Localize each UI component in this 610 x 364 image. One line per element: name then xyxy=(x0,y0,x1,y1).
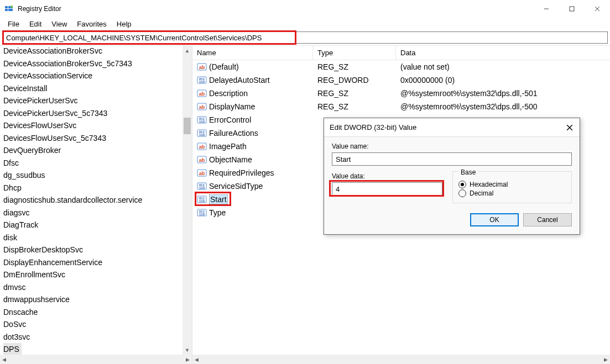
maximize-button[interactable] xyxy=(559,0,585,18)
value-row[interactable]: abDisplayNameREG_SZ@%systemroot%\system3… xyxy=(192,100,610,113)
address-bar[interactable]: Computer\HKEY_LOCAL_MACHINE\SYSTEM\Curre… xyxy=(2,31,608,44)
svg-text:110: 110 xyxy=(199,133,205,136)
scroll-left-arrow[interactable]: ◀ xyxy=(195,357,199,362)
value-type-cell: REG_SZ xyxy=(313,89,396,98)
radio-decimal[interactable]: Decimal xyxy=(458,189,566,197)
tree-item[interactable]: Dnscache xyxy=(0,306,192,319)
scroll-right-arrow[interactable]: ▶ xyxy=(186,357,190,362)
titlebar: Registry Editor xyxy=(0,0,610,18)
base-fieldset: Base Hexadecimal Decimal xyxy=(452,171,572,203)
menu-file[interactable]: File xyxy=(3,19,24,29)
svg-text:110: 110 xyxy=(199,120,205,123)
value-data-label: Value data: xyxy=(332,172,442,180)
scroll-right-arrow[interactable]: ▶ xyxy=(604,357,608,362)
values-horizontal-scrollbar[interactable]: ◀ ▶ xyxy=(192,355,610,364)
menubar: File Edit View Favorites Help xyxy=(0,18,610,30)
tree-item[interactable]: DevicesFlowUserSvc_5c7343 xyxy=(0,132,192,145)
radio-button-icon xyxy=(458,189,466,197)
value-name-cell: abDisplayName xyxy=(192,102,313,112)
column-header-name[interactable]: Name xyxy=(192,46,313,60)
svg-rect-6 xyxy=(570,7,574,11)
dialog-close-button[interactable] xyxy=(563,122,576,134)
tree-item[interactable]: Dfsc xyxy=(0,157,192,170)
tree-item[interactable]: dg_ssudbus xyxy=(0,169,192,182)
menu-view[interactable]: View xyxy=(47,19,71,29)
value-name-cell: 011110DelayedAutoStart xyxy=(192,75,313,85)
menu-favorites[interactable]: Favorites xyxy=(72,19,111,29)
tree-list[interactable]: DeviceAssociationBrokerSvcDeviceAssociat… xyxy=(0,46,192,356)
value-row[interactable]: ab(Default)REG_SZ(value not set) xyxy=(192,60,610,73)
svg-rect-3 xyxy=(8,9,13,11)
tree-item[interactable]: DispBrokerDesktopSvc xyxy=(0,244,192,256)
dialog-titlebar[interactable]: Edit DWORD (32-bit) Value xyxy=(324,118,580,137)
tree-item[interactable]: diagsvc xyxy=(0,207,192,219)
tree-item[interactable]: DevicePickerUserSvc xyxy=(0,94,192,107)
tree-item[interactable]: DeviceAssociationService xyxy=(0,70,192,82)
value-name-cell: abDescription xyxy=(192,88,313,98)
cancel-button[interactable]: Cancel xyxy=(523,213,572,226)
tree-item[interactable]: dot3svc xyxy=(0,331,192,344)
window-title: Registry Editor xyxy=(18,5,534,13)
tree-item[interactable]: DevQueryBroker xyxy=(0,144,192,157)
tree-item[interactable]: DoSvc xyxy=(0,318,192,331)
value-type-cell: REG_SZ xyxy=(313,62,396,71)
tree-item[interactable]: DeviceInstall xyxy=(0,82,192,95)
tree-item[interactable]: DeviceAssociationBrokerSvc_5c7343 xyxy=(0,57,192,70)
tree-vertical-scrollbar[interactable]: ▲ ▼ xyxy=(183,46,192,355)
value-data-input[interactable] xyxy=(332,182,442,196)
value-row[interactable]: abDescriptionREG_SZ@%systemroot%\system3… xyxy=(192,87,610,100)
menu-help[interactable]: Help xyxy=(112,19,136,29)
svg-point-4 xyxy=(11,6,13,8)
tree-item[interactable]: DiagTrack xyxy=(0,219,192,231)
base-legend: Base xyxy=(458,168,478,176)
tree-item[interactable]: dmvsc xyxy=(0,281,192,294)
minimize-button[interactable] xyxy=(534,0,559,18)
radio-label-dec: Decimal xyxy=(470,189,493,197)
tree-item[interactable]: disk xyxy=(0,231,192,244)
ok-button[interactable]: OK xyxy=(470,213,519,226)
value-data-cell: 0x00000000 (0) xyxy=(396,76,610,85)
regedit-icon xyxy=(4,4,13,13)
tree-horizontal-scrollbar[interactable]: ◀ ▶ xyxy=(0,355,192,364)
edit-dword-dialog: Edit DWORD (32-bit) Value Value name: Va… xyxy=(324,118,580,235)
tree-item[interactable]: DisplayEnhancementService xyxy=(0,256,192,269)
value-data-cell: @%systemroot%\system32\dps.dll,-500 xyxy=(396,102,610,111)
tree-item[interactable]: DPS xyxy=(3,343,22,356)
column-header-data[interactable]: Data xyxy=(396,46,610,60)
svg-text:110: 110 xyxy=(199,213,205,216)
svg-text:ab: ab xyxy=(199,104,205,110)
tree-item[interactable]: DevicePickerUserSvc_5c7343 xyxy=(0,107,192,120)
value-name-cell: 011110ErrorControl xyxy=(192,115,313,125)
value-row[interactable]: 011110DelayedAutoStartREG_DWORD0x0000000… xyxy=(192,73,610,87)
tree-item[interactable]: dmwappushservice xyxy=(0,293,192,306)
scroll-up-arrow[interactable]: ▲ xyxy=(183,46,192,55)
svg-rect-2 xyxy=(5,9,8,11)
scroll-left-arrow[interactable]: ◀ xyxy=(2,357,6,362)
dialog-body: Value name: Value data: Base Hexadecimal xyxy=(324,137,580,234)
svg-text:110: 110 xyxy=(199,80,205,83)
value-data-cell: @%systemroot%\system32\dps.dll,-501 xyxy=(396,89,610,98)
tree-item[interactable]: DevicesFlowUserSvc xyxy=(0,119,192,132)
scroll-down-arrow[interactable]: ▼ xyxy=(183,345,192,355)
svg-text:ab: ab xyxy=(199,171,205,176)
value-name-cell: abObjectName xyxy=(192,155,313,165)
svg-text:ab: ab xyxy=(199,65,205,70)
column-header-type[interactable]: Type xyxy=(313,46,396,60)
scroll-thumb[interactable] xyxy=(184,118,191,134)
svg-text:110: 110 xyxy=(199,186,205,189)
tree-item[interactable]: DmEnrollmentSvc xyxy=(0,268,192,281)
svg-text:ab: ab xyxy=(199,144,205,150)
value-name-cell: abImagePath xyxy=(192,141,313,151)
value-name-cell: 011110Type xyxy=(192,208,313,218)
menu-edit[interactable]: Edit xyxy=(25,19,46,29)
value-name-input[interactable] xyxy=(332,152,572,166)
dialog-title-text: Edit DWORD (32-bit) Value xyxy=(330,123,416,131)
tree-item[interactable]: DeviceAssociationBrokerSvc xyxy=(0,46,192,57)
value-name-cell: 011110ServiceSidType xyxy=(192,181,313,191)
radio-hexadecimal[interactable]: Hexadecimal xyxy=(458,181,566,188)
value-name-cell: 011110FailureActions xyxy=(192,128,313,138)
tree-item[interactable]: Dhcp xyxy=(0,182,192,194)
close-button[interactable] xyxy=(585,0,610,18)
tree-item[interactable]: diagnosticshub.standardcollector.service xyxy=(0,194,192,207)
value-name-cell: 011110Start xyxy=(192,194,313,204)
